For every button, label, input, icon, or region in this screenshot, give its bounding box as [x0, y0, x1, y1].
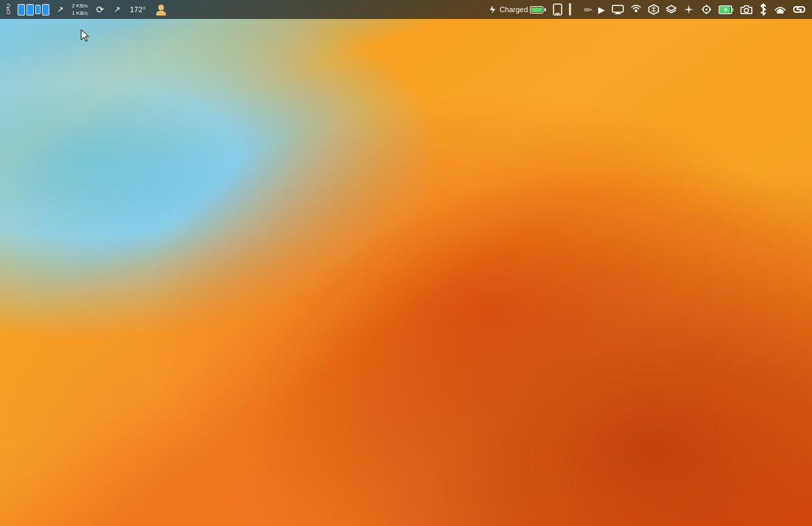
device-icon-1[interactable]: [18, 4, 25, 16]
airplay-audio-icon[interactable]: [771, 2, 789, 17]
svg-rect-18: [777, 12, 784, 14]
resize-icon[interactable]: ↗: [53, 2, 67, 17]
temperature-value: 172°: [130, 5, 145, 14]
cpu-widget[interactable]: CPU: [4, 1, 14, 18]
bluetooth-icon[interactable]: [757, 2, 770, 17]
desktop-wallpaper: [0, 0, 812, 526]
menu-bar: CPU ↗ 2 KB/s 1 KB/s ⟳ ↗ 172°: [0, 0, 812, 19]
phone-mirror-icon[interactable]: [550, 2, 565, 17]
battery-section[interactable]: Charged: [485, 5, 549, 14]
svg-point-1: [156, 11, 166, 16]
user-avatar[interactable]: [152, 2, 171, 17]
avatar-icon: [155, 3, 167, 16]
camera-icon[interactable]: [738, 2, 755, 17]
device-icon-3[interactable]: [35, 5, 41, 14]
battery-full-icon[interactable]: [716, 2, 736, 17]
svg-rect-4: [612, 5, 623, 12]
display-icon[interactable]: [609, 2, 627, 17]
device-icon-2[interactable]: [26, 4, 34, 16]
temperature-display[interactable]: 172°: [127, 2, 149, 17]
device-icons-group: [16, 4, 51, 16]
device-icon-4[interactable]: [42, 4, 49, 16]
charging-plug-icon: [488, 5, 497, 14]
svg-rect-15: [731, 8, 734, 11]
iphone-bar-icon[interactable]: ▎: [566, 2, 580, 17]
battery-status-label: Charged: [499, 5, 528, 14]
svg-rect-6: [614, 14, 621, 14]
xcode-icon[interactable]: [646, 2, 662, 17]
network-upload: 2 KB/s: [72, 2, 88, 9]
crosshair-icon[interactable]: [698, 2, 715, 17]
airdrop-icon[interactable]: [628, 2, 644, 17]
svg-point-17: [744, 8, 748, 12]
svg-point-13: [706, 9, 708, 11]
link-icon[interactable]: [790, 2, 808, 17]
layers-icon[interactable]: [663, 2, 679, 17]
play-icon[interactable]: ▶: [595, 2, 608, 17]
svg-point-0: [158, 5, 164, 10]
battery-fill-bar: [531, 7, 542, 12]
refresh-icon[interactable]: ⟳: [93, 2, 108, 17]
infinity-icon[interactable]: ∞+: [581, 2, 594, 17]
battery-icon: [530, 6, 546, 14]
network-download: 1 KB/s: [72, 9, 88, 17]
svg-rect-3: [556, 13, 560, 14]
network-stats-widget[interactable]: 2 KB/s 1 KB/s: [70, 2, 90, 17]
menubar-left: CPU ↗ 2 KB/s 1 KB/s ⟳ ↗ 172°: [4, 1, 171, 18]
svg-point-7: [635, 9, 637, 12]
resize2-icon[interactable]: ↗: [110, 2, 124, 17]
battery-tip: [544, 8, 546, 11]
menubar-right: Charged ▎ ∞+ ▶: [485, 2, 808, 17]
svg-rect-5: [616, 12, 620, 14]
sparkle-icon[interactable]: [681, 2, 697, 17]
